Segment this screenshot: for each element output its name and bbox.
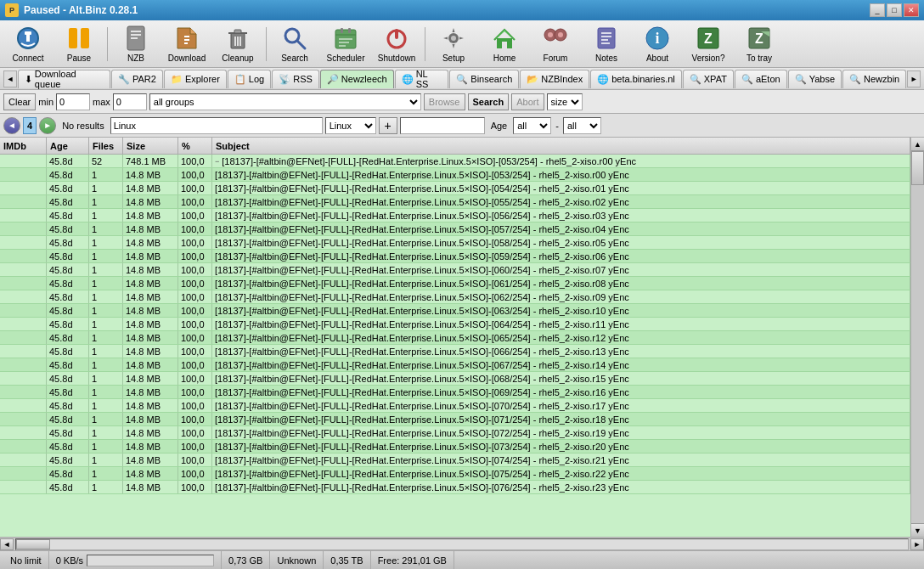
- filter-type-select[interactable]: all: [563, 117, 601, 134]
- add-filter-button[interactable]: +: [379, 117, 397, 134]
- table-row[interactable]: 45.8d114.8 MB100,0[18137]-[#altbin@EFNet…: [0, 318, 910, 331]
- table-row[interactable]: 45.8d114.8 MB100,0[18137]-[#altbin@EFNet…: [0, 372, 910, 386]
- age-select[interactable]: all 1d 7d 30d: [513, 117, 551, 134]
- tab-download-queue[interactable]: ⬇ Download queue: [18, 70, 110, 88]
- connect-button[interactable]: Connect: [3, 23, 53, 65]
- nzb-button[interactable]: NZB: [111, 23, 161, 65]
- horiz-scroll-track[interactable]: [15, 538, 909, 550]
- vertical-scrollbar[interactable]: ▲ ▼: [910, 138, 924, 537]
- scheduler-button[interactable]: Scheduler: [321, 23, 370, 65]
- tab-xpat[interactable]: 🔍 XPAT: [683, 70, 734, 88]
- table-row[interactable]: 45.8d114.8 MB100,0[18137]-[#altbin@EFNet…: [0, 250, 910, 263]
- table-row[interactable]: 45.8d114.8 MB100,0[18137]-[#altbin@EFNet…: [0, 223, 910, 236]
- col-header-age[interactable]: Age: [47, 138, 89, 154]
- query-group-select[interactable]: Linux: [325, 117, 376, 134]
- minimize-button[interactable]: _: [870, 3, 885, 17]
- filter-input[interactable]: [400, 117, 485, 134]
- tab-rss[interactable]: 📡 RSS: [272, 70, 319, 88]
- version-button[interactable]: Z Version?: [684, 23, 733, 65]
- tab-explorer[interactable]: 📁 Explorer: [164, 70, 227, 88]
- maximize-button[interactable]: □: [887, 3, 902, 17]
- shutdown-button[interactable]: Shutdown: [372, 23, 421, 65]
- tab-newzbin[interactable]: 🔍 Newzbin: [842, 70, 906, 88]
- search-action-button[interactable]: Search: [468, 93, 510, 110]
- table-row[interactable]: 45.8d114.8 MB100,0[18137]-[#altbin@EFNet…: [0, 440, 910, 454]
- tab-par2[interactable]: 🔧 PAR2: [111, 70, 163, 88]
- table-row[interactable]: 45.8d114.8 MB100,0[18137]-[#altbin@EFNet…: [0, 358, 910, 372]
- tab-nzbindex[interactable]: 📂 NZBIndex: [520, 70, 589, 88]
- about-button[interactable]: i About: [633, 23, 682, 65]
- cell-size: 14.8 MB: [123, 209, 178, 222]
- max-input[interactable]: [113, 93, 147, 110]
- col-header-imdb[interactable]: IMDb: [0, 138, 47, 154]
- nzbindex-icon: 📂: [527, 74, 538, 85]
- table-row[interactable]: 45.8d114.8 MB100,0[18137]-[#altbin@EFNet…: [0, 195, 910, 209]
- collapse-icon[interactable]: −: [215, 157, 219, 166]
- notes-button[interactable]: Notes: [582, 23, 631, 65]
- col-header-files[interactable]: Files: [89, 138, 123, 154]
- home-button[interactable]: Home: [480, 23, 529, 65]
- size-select[interactable]: size KB MB GB: [547, 93, 583, 110]
- table-row[interactable]: 45.8d114.8 MB100,0[18137]-[#altbin@EFNet…: [0, 263, 910, 277]
- cleanup-button[interactable]: Cleanup: [213, 23, 262, 65]
- scroll-thumb[interactable]: [911, 151, 924, 185]
- tab-log[interactable]: 📋 Log: [228, 70, 271, 88]
- table-row[interactable]: 45.8d114.8 MB100,0[18137]-[#altbin@EFNet…: [0, 345, 910, 358]
- table-row[interactable]: 45.8d114.8 MB100,0[18137]-[#altbin@EFNet…: [0, 413, 910, 426]
- tab-newzleech[interactable]: 🔎 Newzleech: [320, 70, 394, 88]
- table-row[interactable]: 45.8d114.8 MB100,0[18137]-[#altbin@EFNet…: [0, 236, 910, 250]
- forum-button[interactable]: Forum: [531, 23, 580, 65]
- status-size1: 0,73 GB: [222, 551, 270, 569]
- table-row[interactable]: 45.8d114.8 MB100,0[18137]-[#altbin@EFNet…: [0, 399, 910, 413]
- min-input[interactable]: [56, 93, 90, 110]
- tab-scroll-right[interactable]: ►: [907, 70, 921, 87]
- cell-size: 14.8 MB: [123, 467, 178, 480]
- browse-button[interactable]: Browse: [424, 93, 465, 110]
- cell-subject: [18137]-[#altbin@EFNet]-[FULL]-[RedHat.E…: [212, 440, 910, 453]
- table-row[interactable]: 45.8d114.8 MB100,0[18137]-[#altbin@EFNet…: [0, 182, 910, 195]
- table-row[interactable]: 45.8d114.8 MB100,0[18137]-[#altbin@EFNet…: [0, 168, 910, 182]
- back-button[interactable]: ◄: [3, 117, 20, 134]
- abort-button[interactable]: Abort: [511, 93, 544, 110]
- table-row[interactable]: 45.8d114.8 MB100,0[18137]-[#altbin@EFNet…: [0, 209, 910, 223]
- setup-button[interactable]: Setup: [429, 23, 478, 65]
- clear-button[interactable]: Clear: [3, 93, 36, 110]
- table-row[interactable]: 45.8d114.8 MB100,0[18137]-[#altbin@EFNet…: [0, 290, 910, 304]
- forward-button[interactable]: ►: [39, 117, 56, 134]
- close-button[interactable]: ✕: [904, 3, 919, 17]
- table-row[interactable]: 45.8d114.8 MB100,0[18137]-[#altbin@EFNet…: [0, 331, 910, 345]
- scroll-track[interactable]: [911, 151, 924, 523]
- tab-scroll-left[interactable]: ◄: [3, 70, 17, 87]
- download-button[interactable]: Download: [162, 23, 211, 65]
- col-header-subject[interactable]: Subject: [212, 138, 910, 154]
- scroll-left-button[interactable]: ◄: [0, 538, 14, 550]
- tab-beta-binaries[interactable]: 🌐 beta.binaries.nl: [590, 70, 682, 88]
- col-header-size[interactable]: Size: [123, 138, 178, 154]
- group-select[interactable]: all groups: [149, 93, 421, 110]
- min-label: min: [38, 97, 54, 107]
- table-row[interactable]: 45.8d114.8 MB100,0[18137]-[#altbin@EFNet…: [0, 386, 910, 399]
- totray-button[interactable]: Z To tray: [735, 23, 784, 65]
- table-row[interactable]: 45.8d114.8 MB100,0[18137]-[#altbin@EFNet…: [0, 304, 910, 318]
- pause-button[interactable]: Pause: [54, 23, 104, 65]
- table-row[interactable]: 45.8d114.8 MB100,0[18137]-[#altbin@EFNet…: [0, 467, 910, 481]
- search-button[interactable]: Search: [270, 23, 319, 65]
- table-row[interactable]: 45.8d114.8 MB100,0[18137]-[#altbin@EFNet…: [0, 454, 910, 467]
- tab-binsearch[interactable]: 🔍 Binsearch: [449, 70, 519, 88]
- table-row[interactable]: 45.8d114.8 MB100,0[18137]-[#altbin@EFNet…: [0, 426, 910, 440]
- col-header-pct[interactable]: %: [178, 138, 212, 154]
- scroll-right-button[interactable]: ►: [910, 538, 924, 550]
- tab-yabse[interactable]: 🔍 Yabse: [788, 70, 842, 88]
- tab-nl-ss[interactable]: 🌐 NL SS: [395, 70, 449, 88]
- scroll-down-button[interactable]: ▼: [911, 523, 924, 537]
- scroll-up-button[interactable]: ▲: [911, 138, 924, 151]
- horizontal-scrollbar[interactable]: ◄ ►: [0, 537, 924, 550]
- cell-imdb: [0, 318, 47, 330]
- horiz-scroll-thumb[interactable]: [16, 539, 50, 549]
- query-input[interactable]: [110, 117, 323, 134]
- tab-aeton[interactable]: 🔍 aEton: [735, 70, 787, 88]
- table-row[interactable]: 45.8d52748.1 MB100,0−[18137]-[#altbin@EF…: [0, 155, 910, 168]
- table-row[interactable]: 45.8d114.8 MB100,0[18137]-[#altbin@EFNet…: [0, 481, 910, 494]
- cell-files: 1: [89, 290, 123, 303]
- table-row[interactable]: 45.8d114.8 MB100,0[18137]-[#altbin@EFNet…: [0, 277, 910, 290]
